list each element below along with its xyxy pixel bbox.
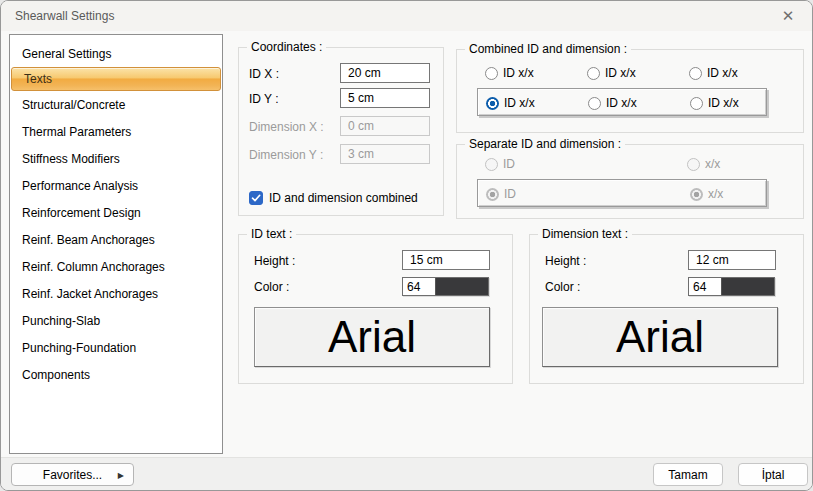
dimension-text-color-label: Color :	[545, 280, 580, 294]
dimension-text-group: Dimension text : Height : 12 cm Color : …	[529, 234, 804, 384]
radio-disabled-icon	[687, 158, 700, 171]
id-x-label: ID X :	[249, 67, 279, 81]
combined-radio-2[interactable]: ID x/x	[587, 66, 636, 80]
radio-icon	[485, 67, 498, 80]
favorites-arrow-icon: ▶	[118, 471, 124, 480]
radio-disabled-selected-icon	[486, 188, 499, 201]
sidebar-item-reinf-beam-anchorages[interactable]: Reinf. Beam Anchorages	[10, 226, 222, 253]
separate-radio-id-selected: ID	[486, 187, 516, 201]
separate-radio-id: ID	[485, 157, 515, 171]
combined-group-title: Combined ID and dimension :	[465, 42, 631, 56]
id-text-color-picker[interactable]: 64	[402, 277, 489, 296]
sidebar-item-performance-analysis[interactable]: Performance Analysis	[10, 172, 222, 199]
radio-icon	[588, 97, 601, 110]
id-text-height-input[interactable]: 15 cm	[402, 250, 490, 270]
id-y-label: ID Y :	[249, 92, 279, 106]
id-text-group-title: ID text :	[247, 227, 296, 241]
id-text-height-label: Height :	[254, 254, 295, 268]
separate-id-dimension-group: Separate ID and dimension : ID x/x ID x/…	[456, 144, 804, 219]
favorites-button-label: Favorites...	[43, 468, 102, 482]
id-x-input[interactable]: 20 cm	[340, 63, 430, 83]
sidebar-item-general-settings[interactable]: General Settings	[10, 40, 222, 67]
dimension-x-label: Dimension X :	[249, 120, 324, 134]
checkbox-label: ID and dimension combined	[269, 191, 418, 205]
sidebar-item-texts[interactable]: Texts	[11, 67, 221, 91]
dimension-text-font-button[interactable]: Arial	[542, 307, 778, 367]
combined-radio-4-selected[interactable]: ID x/x	[486, 96, 535, 110]
radio-disabled-icon	[485, 158, 498, 171]
dimension-text-color-swatch[interactable]	[722, 278, 774, 295]
dimension-text-height-label: Height :	[545, 254, 586, 268]
separate-selected-row-frame: ID x/x	[477, 179, 767, 207]
sidebar-item-stiffness-modifiers[interactable]: Stiffness Modifiers	[10, 145, 222, 172]
cancel-button[interactable]: İptal	[738, 463, 808, 486]
radio-icon	[689, 67, 702, 80]
sidebar-item-reinforcement-design[interactable]: Reinforcement Design	[10, 199, 222, 226]
sidebar-item-thermal-parameters[interactable]: Thermal Parameters	[10, 118, 222, 145]
radio-icon	[690, 97, 703, 110]
combined-id-dimension-group: Combined ID and dimension : ID x/x ID x/…	[456, 49, 804, 133]
combined-radio-6[interactable]: ID x/x	[690, 96, 739, 110]
id-text-group: ID text : Height : 15 cm Color : 64 Aria…	[238, 234, 513, 384]
sidebar-item-reinf-jacket-anchorages[interactable]: Reinf. Jacket Anchorages	[10, 280, 222, 307]
dimension-text-group-title: Dimension text :	[538, 227, 632, 241]
id-text-color-swatch[interactable]	[436, 278, 488, 295]
ok-button[interactable]: Tamam	[653, 463, 723, 486]
sidebar-item-reinf-column-anchorages[interactable]: Reinf. Column Anchorages	[10, 253, 222, 280]
dimension-x-input: 0 cm	[340, 116, 430, 136]
settings-category-list: General Settings Texts Structural/Concre…	[9, 34, 223, 454]
close-icon[interactable]: ✕	[774, 5, 802, 27]
combined-radio-1[interactable]: ID x/x	[485, 66, 534, 80]
separate-radio-xx: x/x	[687, 157, 720, 171]
coordinates-group-title: Coordinates :	[247, 40, 326, 54]
radio-icon	[587, 67, 600, 80]
radio-selected-icon	[486, 97, 499, 110]
coordinates-group: Coordinates : ID X : 20 cm ID Y : 5 cm D…	[238, 47, 444, 216]
separate-radio-xx-selected: x/x	[690, 187, 723, 201]
checkbox-check-icon	[249, 191, 263, 205]
sidebar-item-punching-foundation[interactable]: Punching-Foundation	[10, 334, 222, 361]
id-dimension-combined-checkbox[interactable]: ID and dimension combined	[249, 191, 418, 205]
dimension-text-height-input[interactable]: 12 cm	[688, 250, 776, 270]
favorites-button[interactable]: Favorites... ▶	[11, 463, 134, 486]
titlebar: Shearwall Settings	[1, 1, 812, 31]
id-y-input[interactable]: 5 cm	[340, 88, 430, 108]
combined-radio-3[interactable]: ID x/x	[689, 66, 738, 80]
dimension-y-input: 3 cm	[340, 144, 430, 164]
dimension-text-color-number[interactable]: 64	[689, 278, 722, 295]
id-text-color-label: Color :	[254, 280, 289, 294]
dimension-y-label: Dimension Y :	[249, 148, 323, 162]
separate-group-title: Separate ID and dimension :	[465, 137, 625, 151]
id-text-font-button[interactable]: Arial	[254, 307, 490, 367]
dimension-text-color-picker[interactable]: 64	[688, 277, 775, 296]
radio-disabled-selected-icon	[690, 188, 703, 201]
sidebar-item-structural-concrete[interactable]: Structural/Concrete	[10, 91, 222, 118]
window-title: Shearwall Settings	[15, 9, 114, 23]
combined-radio-5[interactable]: ID x/x	[588, 96, 637, 110]
combined-selected-row-frame: ID x/x ID x/x ID x/x	[477, 88, 767, 116]
shearwall-settings-dialog: Shearwall Settings ✕ General Settings Te…	[0, 0, 813, 491]
sidebar-item-punching-slab[interactable]: Punching-Slab	[10, 307, 222, 334]
id-text-color-number[interactable]: 64	[403, 278, 436, 295]
sidebar-item-components[interactable]: Components	[10, 361, 222, 388]
